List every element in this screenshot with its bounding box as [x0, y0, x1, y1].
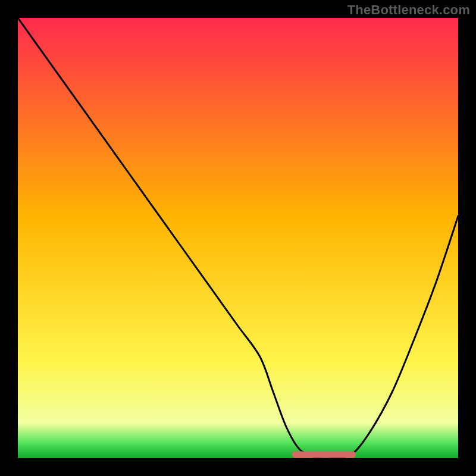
- watermark-text: TheBottleneck.com: [347, 2, 470, 18]
- chart-frame: TheBottleneck.com: [0, 0, 476, 476]
- bottleneck-chart: [0, 0, 476, 476]
